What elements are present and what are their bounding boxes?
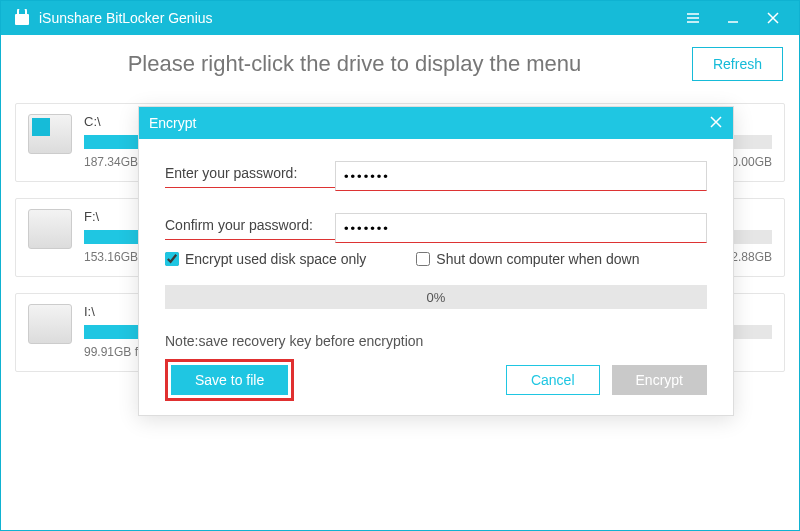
drive-icon: [28, 114, 72, 154]
app-icon: [13, 9, 31, 27]
dialog-titlebar: Encrypt: [139, 107, 733, 139]
minimize-icon[interactable]: [713, 1, 753, 35]
shutdown-checkbox-input[interactable]: [416, 252, 430, 266]
close-icon[interactable]: [753, 1, 793, 35]
encrypt-dialog: Encrypt Enter your password: Confirm you…: [138, 106, 734, 416]
header: Please right-click the drive to display …: [1, 35, 799, 93]
encrypt-used-checkbox-input[interactable]: [165, 252, 179, 266]
encrypt-button[interactable]: Encrypt: [612, 365, 707, 395]
refresh-button[interactable]: Refresh: [692, 47, 783, 81]
save-highlight: Save to file: [165, 359, 294, 401]
instruction-text: Please right-click the drive to display …: [17, 51, 692, 77]
drive-icon: [28, 304, 72, 344]
encrypt-used-checkbox[interactable]: Encrypt used disk space only: [165, 251, 366, 267]
dialog-close-icon[interactable]: [709, 115, 723, 132]
confirm-password-label: Confirm your password:: [165, 217, 335, 240]
progress-text: 0%: [427, 290, 446, 305]
enter-password-input[interactable]: [335, 161, 707, 191]
shutdown-checkbox[interactable]: Shut down computer when down: [416, 251, 639, 267]
menu-icon[interactable]: [673, 1, 713, 35]
svg-rect-0: [15, 14, 29, 25]
drive-icon: [28, 209, 72, 249]
cancel-button[interactable]: Cancel: [506, 365, 600, 395]
confirm-password-input[interactable]: [335, 213, 707, 243]
titlebar: iSunshare BitLocker Genius: [1, 1, 799, 35]
enter-password-label: Enter your password:: [165, 165, 335, 188]
app-title: iSunshare BitLocker Genius: [39, 10, 213, 26]
dialog-title: Encrypt: [149, 115, 709, 131]
note-text: Note:save recovery key before encryption: [165, 333, 707, 349]
save-to-file-button[interactable]: Save to file: [171, 365, 288, 395]
progress-bar: 0%: [165, 285, 707, 309]
